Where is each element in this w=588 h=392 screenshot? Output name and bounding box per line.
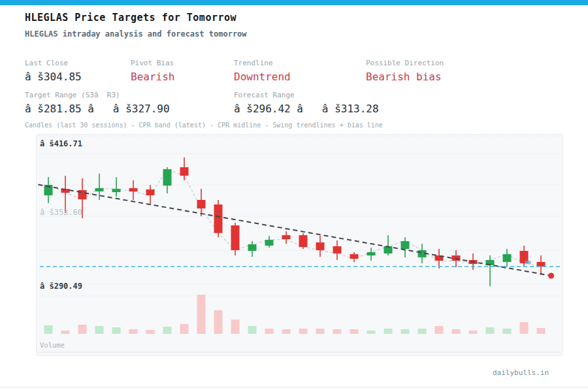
chart-panel: â š416.71 â š353.60 â š290.49 Volume HB — [36, 134, 563, 356]
page-title: HLEGLAS Price Targets for Tomorrow — [25, 12, 237, 24]
stat-label: Last Close — [25, 59, 82, 67]
stat-target-range: Target Range (S3â R3) â š281.85 â â š327… — [25, 91, 170, 115]
stat-value: Downtrend — [234, 71, 291, 83]
price-label-high: â š416.71 — [40, 139, 82, 148]
stat-label: Forecast Range — [234, 91, 379, 99]
stat-forecast-range: Forecast Range â š296.42 â â š313.28 — [234, 91, 379, 115]
stat-value: â š304.85 — [25, 71, 82, 83]
stat-value: Bearish bias — [366, 71, 444, 83]
volume-axis-label: Volume — [40, 341, 65, 349]
stat-value: Bearish — [131, 71, 174, 83]
top-accent-bar — [0, 0, 588, 5]
price-label-mid: â š353.60 — [40, 208, 82, 217]
bias-line-label: HB — [525, 261, 531, 265]
stat-label: Pivot Bias — [131, 59, 174, 67]
stat-label: Trendline — [234, 59, 291, 67]
page-subtitle: HLEGLAS intraday analysis and forecast t… — [25, 29, 247, 39]
stat-label: Possible Direction — [366, 59, 444, 67]
report-page: HLEGLAS Price Targets for Tomorrow HLEGL… — [0, 0, 588, 392]
stat-pivot-bias: Pivot Bias Bearish — [131, 59, 174, 83]
footer-brand: dailybulls.in — [493, 368, 549, 377]
stat-last-close: Last Close â š304.85 — [25, 59, 82, 83]
chart-legend-caption: Candles (last 30 sessions) - CPR band (l… — [25, 122, 383, 129]
stat-value: â š296.42 â â š313.28 — [234, 103, 379, 115]
price-chart — [37, 135, 563, 355]
stat-trendline: Trendline Downtrend — [234, 59, 291, 83]
price-label-low: â š290.49 — [40, 282, 82, 291]
stat-value: â š281.85 â â š327.90 — [25, 103, 170, 115]
footer-divider — [0, 387, 588, 387]
stat-possible-direction: Possible Direction Bearish bias — [366, 59, 444, 83]
stat-label: Target Range (S3â R3) — [25, 91, 170, 99]
